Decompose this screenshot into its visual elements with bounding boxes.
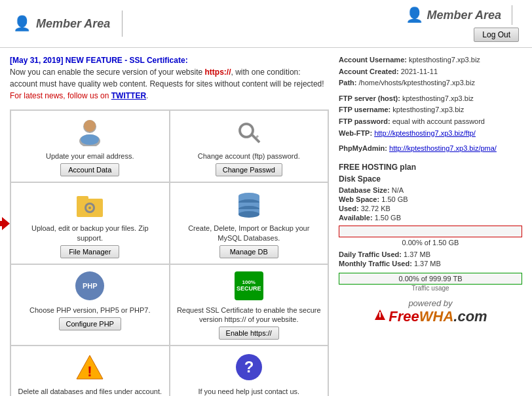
daily-traffic-label: Daily Traffic Used: <box>339 250 402 258</box>
account-data-button[interactable]: Account Data <box>60 163 119 176</box>
feature-account-data: Update your email address. Account Data <box>10 110 170 182</box>
db-label: Database Size: <box>339 186 390 194</box>
created-value: 2021-11-11 <box>401 68 438 75</box>
daily-traffic-value: 1.37 MB <box>404 250 430 258</box>
svg-line-8 <box>252 134 259 142</box>
ann-news-prefix: For latest news, follow us on <box>10 91 109 100</box>
ftp-server-label: FTP server (host): <box>339 94 400 102</box>
webftp-link[interactable]: http://kptesthosting7.xp3.biz/ftp/ <box>374 129 476 137</box>
powered-by: powered by FreeWHA.com <box>339 298 522 325</box>
svg-marker-9 <box>0 217 10 230</box>
used-label: Used: <box>339 205 359 212</box>
path-label: Path: <box>339 79 357 87</box>
person-icon <box>74 116 105 148</box>
ann-https: https:// <box>205 68 231 77</box>
svg-point-14 <box>88 207 91 209</box>
feature-contact-us: ? If you need help just contact us. Cont… <box>170 346 329 396</box>
configure-php-button[interactable]: Configure PHP <box>59 317 121 330</box>
header-title-right: Member Area <box>427 9 501 22</box>
contact-us-desc: If you need help just contact us. <box>177 387 322 396</box>
header-title-left: Member Area <box>36 17 110 31</box>
twitter-link[interactable]: TWITTER <box>111 91 146 100</box>
account-data-desc: Update your email address. <box>18 151 162 161</box>
feature-manage-db: Create, Delete, Import or Backup your My… <box>170 182 329 264</box>
phpmyadmin-link[interactable]: http://kptesthosting7.xp3.biz/pma/ <box>389 144 497 152</box>
traffic-progress-container: 0.00% of 999.99 TB Traffic usage <box>339 273 522 292</box>
monthly-traffic-value: 1.37 MB <box>414 260 441 267</box>
used-value: 32.72 KB <box>361 205 390 212</box>
created-label: Account Created: <box>339 68 399 75</box>
freewha-wha: WHA <box>419 308 454 325</box>
hosting-plan: FREE HOSTING plan Disk Space Database Si… <box>339 163 522 292</box>
freewha-free: Free <box>389 308 419 325</box>
gear-folder-icon <box>74 188 105 220</box>
plan-title: FREE HOSTING plan <box>339 163 522 172</box>
member-area-icon-left: 👤 <box>13 15 31 32</box>
svg-point-2 <box>84 120 96 132</box>
feature-reset-account: ! Delete all databases and files under a… <box>10 346 170 396</box>
key-icon <box>233 116 265 148</box>
plan-subtitle: Disk Space <box>339 174 522 184</box>
member-area-icon-right: 👤 <box>406 7 423 24</box>
username-label: Account Username: <box>339 56 407 64</box>
ann-date: [May 31, 2019] <box>10 56 63 65</box>
disk-progress-label: 0.00% of 1.50 GB <box>339 239 522 247</box>
feature-configure-php: PHP Choose PHP version, PHP5 or PHP7. Co… <box>10 264 170 346</box>
enable-https-button[interactable]: Enable https:// <box>219 327 279 340</box>
phpmyadmin-label: PhpMyAdmin: <box>339 144 387 152</box>
account-info: Account Username: kptesthosting7.xp3.biz… <box>339 54 522 155</box>
svg-point-3 <box>81 134 99 145</box>
warning-icon: ! <box>74 351 105 383</box>
ssl-icon: 100% SECURE <box>233 270 265 302</box>
ftp-password-label: FTP password: <box>339 117 390 125</box>
file-manager-desc: Upload, edit or backup your files. Zip s… <box>18 224 162 243</box>
powered-text: powered by <box>339 298 522 308</box>
svg-point-21 <box>238 211 259 218</box>
php-icon: PHP <box>74 270 105 302</box>
manage-db-desc: Create, Delete, Import or Backup your My… <box>177 224 322 243</box>
svg-rect-11 <box>77 196 88 200</box>
question-icon: ? <box>233 351 265 383</box>
svg-text:?: ? <box>244 358 254 376</box>
feature-enable-https: 100% SECURE Request SSL Certificate to e… <box>170 264 329 346</box>
database-icon <box>233 188 265 220</box>
freewha-com: .com <box>453 308 487 325</box>
enable-https-desc: Request SSL Certificate to enable the se… <box>177 306 322 325</box>
webspace-value: 1.50 GB <box>381 195 408 203</box>
path-value: /home/vhosts/kptesthosting7.xp3.biz <box>359 79 475 87</box>
traffic-sub-label: Traffic usage <box>339 285 522 292</box>
configure-php-desc: Choose PHP version, PHP5 or PHP7. <box>18 306 162 315</box>
features-grid: Update your email address. Account Data <box>10 109 329 396</box>
change-passwd-desc: Change account (ftp) password. <box>177 151 322 161</box>
ann-title-rest: NEW FEATURE - SSL Certificate: <box>63 56 187 65</box>
webspace-label: Web Space: <box>339 195 379 203</box>
right-panel: Account Username: kptesthosting7.xp3.biz… <box>339 54 522 396</box>
traffic-progress-bar: 0.00% of 999.99 TB <box>339 273 522 285</box>
reset-account-desc: Delete all databases and files under acc… <box>18 387 162 396</box>
change-passwd-button[interactable]: Change Passwd <box>216 163 282 176</box>
available-value: 1.50 GB <box>375 214 401 222</box>
traffic-bar-inline-label: 0.00% of 999.99 TB <box>339 273 522 284</box>
ftp-username-value: kptesthosting7.xp3.biz <box>392 106 464 113</box>
svg-text:!: ! <box>88 363 92 380</box>
ftp-username-label: FTP username: <box>339 106 390 113</box>
username-value: kptesthosting7.xp3.biz <box>409 56 480 64</box>
available-label: Available: <box>339 214 373 222</box>
logout-button[interactable]: Log Out <box>474 28 519 42</box>
ann-body1: Now you can enable the secure version of… <box>10 68 202 77</box>
disk-progress-bar <box>339 226 522 237</box>
feature-change-passwd: Change account (ftp) password. Change Pa… <box>170 110 329 182</box>
announcement: [May 31, 2019] NEW FEATURE - SSL Certifi… <box>10 54 329 102</box>
monthly-traffic-label: Monthly Traffic Used: <box>339 260 412 267</box>
webftp-label: Web-FTP: <box>339 129 372 137</box>
ftp-password-value: equal with account password <box>392 117 485 125</box>
arrow-indicator <box>0 217 10 230</box>
freewha-logo-icon <box>373 308 387 321</box>
file-manager-button[interactable]: File Manager <box>60 245 119 258</box>
ftp-server-value: kptesthosting7.xp3.biz <box>402 94 474 102</box>
manage-db-button[interactable]: Manage DB <box>219 245 278 258</box>
feature-file-manager: Upload, edit or backup your files. Zip s… <box>10 182 170 264</box>
db-value: N/A <box>392 186 404 194</box>
disk-progress-container: 0.00% of 1.50 GB <box>339 226 522 247</box>
ann-news-suffix: . <box>146 91 148 100</box>
